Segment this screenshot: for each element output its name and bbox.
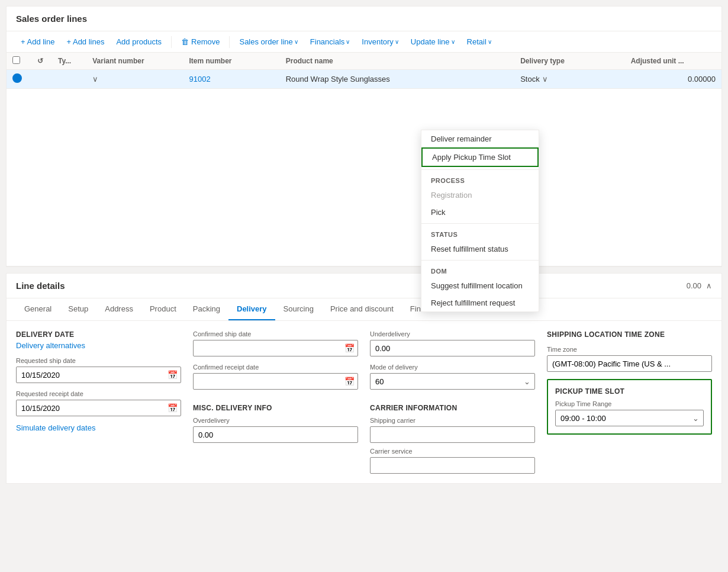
tab-price-and-discount[interactable]: Price and discount — [322, 298, 402, 320]
chevron-down-icon: ∨ — [451, 38, 455, 45]
requested-receipt-date-input-wrap: 📅 — [16, 400, 181, 416]
select-all-checkbox[interactable] — [12, 56, 20, 64]
col-delivery-type: Delivery type — [514, 53, 625, 70]
underdelivery-group: Underdelivery — [370, 330, 535, 356]
pickup-time-slot-box: PICKUP TIME SLOT Pickup Time Range 09:00… — [547, 379, 712, 435]
pickup-time-range-select[interactable]: 09:00 - 10:00 — [555, 410, 704, 426]
add-products-button[interactable]: Add products — [111, 35, 166, 49]
financials-button[interactable]: Financials ∨ — [305, 35, 355, 49]
calendar-icon-3[interactable]: 📅 — [344, 343, 355, 353]
adjusted-unit-cell: 0.00000 — [625, 70, 721, 89]
line-details-meta: 0.00 ∧ — [687, 281, 712, 290]
tab-packing[interactable]: Packing — [185, 298, 228, 320]
dropdown-registration: Registration — [421, 187, 539, 204]
inventory-button[interactable]: Inventory ∨ — [357, 35, 403, 49]
confirmed-receipt-date-label: Confirmed receipt date — [193, 364, 358, 371]
trash-icon: 🗑 — [181, 37, 189, 46]
confirmed-ship-date-wrap: 📅 — [193, 340, 358, 356]
calendar-icon-4[interactable]: 📅 — [344, 377, 355, 386]
carrier-service-label: Carrier service — [370, 448, 535, 455]
shipping-location-tz-group: SHIPPING LOCATION TIME ZONE Time zone — [547, 330, 712, 372]
requested-ship-date-input-wrap: 📅 — [16, 367, 181, 383]
carrier-info-group: CARRIER INFORMATION — [370, 404, 535, 412]
shipping-carrier-group: Shipping carrier — [370, 417, 535, 443]
shipping-carrier-input[interactable] — [370, 426, 535, 443]
mode-of-delivery-select[interactable]: 60 — [370, 373, 535, 390]
update-line-dropdown: Deliver remainder Apply Pickup Time Slot… — [421, 130, 539, 312]
confirmed-receipt-date-input[interactable] — [193, 373, 358, 390]
line-details-title: Line details — [16, 281, 65, 291]
tab-product[interactable]: Product — [141, 298, 185, 320]
time-zone-input[interactable] — [547, 355, 712, 372]
tab-delivery[interactable]: Delivery — [228, 298, 275, 320]
line-details-value: 0.00 — [687, 281, 701, 290]
line-details-tabs: General Setup Address Product Packing De… — [7, 298, 721, 321]
delivery-date-group: DELIVERY DATE Delivery alternatives — [16, 330, 181, 350]
carrier-service-input[interactable] — [370, 457, 535, 474]
confirmed-ship-date-group: Confirmed ship date 📅 — [193, 330, 358, 356]
delivery-alternatives-link[interactable]: Delivery alternatives — [16, 341, 181, 350]
confirmed-ship-date-label: Confirmed ship date — [193, 330, 358, 338]
overdelivery-input[interactable] — [193, 426, 358, 443]
sales-order-lines-title: Sales order lines — [16, 14, 87, 24]
tab-address[interactable]: Address — [96, 298, 141, 320]
shipping-location-tz-label: SHIPPING LOCATION TIME ZONE — [547, 330, 712, 339]
dropdown-reject-fulfillment-request[interactable]: Reject fulfillment request — [421, 294, 539, 311]
sales-order-table: ↺ Ty... Variant number Item number Produ… — [7, 53, 721, 266]
table-row[interactable]: ∨ 91002 Round Wrap Style Sunglasses Stoc… — [7, 70, 721, 89]
delivery-form: DELIVERY DATE Delivery alternatives Requ… — [7, 321, 721, 483]
delivery-type-chevron-icon: ∨ — [542, 75, 548, 83]
requested-ship-date-input[interactable] — [16, 367, 181, 383]
item-number-cell: 91002 — [183, 70, 279, 89]
add-line-button[interactable]: + Add line — [16, 35, 59, 49]
confirmed-receipt-date-group: Confirmed receipt date 📅 — [193, 364, 358, 390]
line-details-header: Line details 0.00 ∧ — [7, 274, 721, 298]
requested-ship-date-label: Requested ship date — [16, 357, 181, 364]
row-radio[interactable] — [12, 73, 22, 83]
dropdown-divider-1 — [421, 169, 539, 170]
dropdown-section-dom: DOM — [421, 263, 539, 277]
retail-button[interactable]: Retail ∨ — [462, 35, 497, 49]
dropdown-pick[interactable]: Pick — [421, 204, 539, 221]
misc-delivery-info-label: MISC. DELIVERY INFO — [193, 404, 358, 412]
add-lines-button[interactable]: + Add lines — [62, 35, 109, 49]
tab-setup[interactable]: Setup — [60, 298, 96, 320]
dropdown-suggest-fulfillment-location[interactable]: Suggest fulfillment location — [421, 277, 539, 294]
calendar-icon[interactable]: 📅 — [167, 370, 178, 380]
simulate-delivery-dates-link[interactable]: Simulate delivery dates — [16, 423, 181, 432]
collapse-icon[interactable]: ∧ — [706, 281, 712, 290]
chevron-down-icon: ∨ — [488, 38, 492, 45]
sales-order-toolbar: + Add line + Add lines Add products 🗑 Re… — [7, 31, 721, 53]
timezone-col: SHIPPING LOCATION TIME ZONE Time zone PI… — [547, 330, 712, 474]
pickup-time-range-label: Pickup Time Range — [555, 400, 704, 407]
requested-receipt-date-group: Requested receipt date 📅 — [16, 390, 181, 416]
col-product-name: Product name — [280, 53, 432, 70]
calendar-icon-2[interactable]: 📅 — [167, 403, 178, 413]
col-variant-number: Variant number — [86, 53, 183, 70]
confirmed-dates-col: Confirmed ship date 📅 Confirmed receipt … — [193, 330, 358, 474]
misc-delivery-info-section: MISC. DELIVERY INFO Overdelivery — [193, 404, 358, 443]
pickup-time-range-group: Pickup Time Range 09:00 - 10:00 — [555, 400, 704, 426]
tab-general[interactable]: General — [16, 298, 60, 320]
dropdown-apply-pickup-time-slot[interactable]: Apply Pickup Time Slot — [421, 147, 539, 167]
col-item-number: Item number — [183, 53, 279, 70]
dropdown-reset-fulfillment-status[interactable]: Reset fulfillment status — [421, 240, 539, 258]
toolbar-separator-2 — [229, 36, 230, 48]
chevron-down-icon: ∨ — [346, 38, 350, 45]
confirmed-receipt-date-wrap: 📅 — [193, 373, 358, 390]
refresh-icon[interactable]: ↺ — [37, 57, 43, 65]
tab-sourcing[interactable]: Sourcing — [275, 298, 322, 320]
update-line-button[interactable]: Update line ∨ — [406, 35, 460, 49]
dropdown-section-process: PROCESS — [421, 172, 539, 187]
sales-order-line-button[interactable]: Sales order line ∨ — [234, 35, 302, 49]
dropdown-divider-3 — [421, 260, 539, 261]
mode-of-delivery-group: Mode of delivery 60 — [370, 364, 535, 390]
remove-button[interactable]: 🗑 Remove — [176, 35, 224, 49]
requested-receipt-date-input[interactable] — [16, 400, 181, 416]
dropdown-deliver-remainder[interactable]: Deliver remainder — [421, 130, 539, 147]
empty-row — [7, 89, 721, 266]
underdelivery-label: Underdelivery — [370, 330, 535, 338]
underdelivery-input[interactable] — [370, 340, 535, 356]
col-extra — [431, 53, 514, 70]
confirmed-ship-date-input[interactable] — [193, 340, 358, 356]
